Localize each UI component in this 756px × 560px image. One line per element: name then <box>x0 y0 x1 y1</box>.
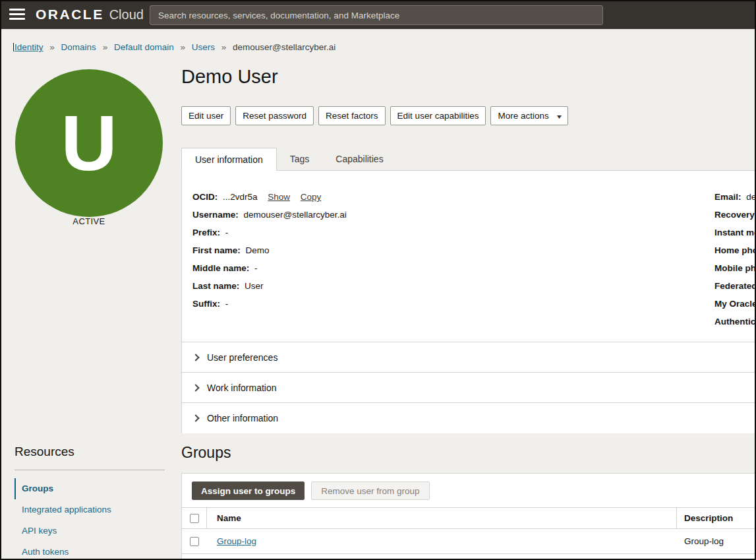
field-value: demouser@stellarcyber.ai <box>244 210 347 220</box>
my-oracle-field: My Oracle <box>714 295 756 313</box>
breadcrumb-domains[interactable]: Domains <box>61 42 96 52</box>
edit-user-capabilities-button[interactable]: Edit user capabilities <box>390 106 486 125</box>
groups-title: Groups <box>181 444 231 462</box>
table-row: Group-log Group-log <box>182 529 756 554</box>
reset-factors-button[interactable]: Reset factors <box>318 106 386 125</box>
breadcrumb-separator: » <box>49 42 55 52</box>
field-value: Demo <box>246 245 270 255</box>
field-label: Mobile pho <box>714 263 756 273</box>
resources-title: Resources <box>15 445 165 459</box>
recovery-email-field: Recovery e <box>714 206 756 224</box>
groups-actions: Assign user to groups Remove user from g… <box>182 474 756 507</box>
group-description-cell: Group-log <box>677 529 756 553</box>
first-name-field: First name: Demo <box>192 241 756 259</box>
select-all-checkbox[interactable] <box>190 514 199 523</box>
instant-messaging-field: Instant mes <box>714 224 756 241</box>
action-buttons: Edit user Reset password Reset factors E… <box>181 106 568 125</box>
group-link[interactable]: Group-log <box>217 536 256 546</box>
brand-logo: ORACLE Cloud <box>36 7 144 22</box>
groups-panel: Assign user to groups Remove user from g… <box>181 473 756 560</box>
email-field: Email: dem <box>714 188 756 206</box>
sidebar-item-auth-tokens[interactable]: Auth tokens <box>15 542 165 560</box>
field-label: Home phon <box>714 245 756 255</box>
row-checkbox[interactable] <box>190 537 199 546</box>
tab-bar: User information Tags Capabilities <box>181 148 397 171</box>
breadcrumb-users[interactable]: Users <box>192 42 215 52</box>
chevron-right-icon <box>192 384 199 391</box>
field-label: Recovery e <box>714 210 756 220</box>
sidebar-item-api-keys[interactable]: API keys <box>15 520 165 542</box>
tab-capabilities[interactable]: Capabilities <box>322 148 396 170</box>
hamburger-menu-icon[interactable] <box>9 9 25 21</box>
search-input[interactable] <box>150 5 603 25</box>
breadcrumb-default-domain[interactable]: Default domain <box>114 42 174 52</box>
edit-user-button[interactable]: Edit user <box>181 106 231 125</box>
field-label: Email: <box>714 192 741 202</box>
avatar: U <box>15 69 163 217</box>
field-value: dem <box>746 192 756 202</box>
app-window: ORACLE Cloud Identity » Domains » Defaul… <box>0 0 756 560</box>
tab-tags[interactable]: Tags <box>277 148 323 170</box>
user-info-fields-right: Email: dem Recovery e Instant mes Home p… <box>714 188 756 330</box>
field-label: Suffix: <box>192 299 220 309</box>
ocid-copy-link[interactable]: Copy <box>301 192 322 202</box>
sidebar-item-groups[interactable]: Groups <box>15 478 165 499</box>
section-label: Work information <box>207 383 277 393</box>
assign-user-to-groups-button[interactable]: Assign user to groups <box>192 482 305 500</box>
page-title: Demo User <box>181 66 278 88</box>
last-name-field: Last name: User <box>192 277 756 295</box>
breadcrumb-separator: » <box>180 42 185 52</box>
sidebar-item-integrated-applications[interactable]: Integrated applications <box>15 499 165 520</box>
field-value: - <box>254 263 258 273</box>
section-label: User preferences <box>207 352 277 363</box>
more-actions-button[interactable]: More actions ▾ <box>490 106 567 125</box>
groups-table-header: Name Description <box>182 507 756 529</box>
text-cursor <box>13 43 14 51</box>
resources-divider <box>15 470 165 470</box>
federated-field: Federated: <box>714 277 756 295</box>
user-info-fields: OCID: ...2vdr5a Show Copy Username: demo… <box>182 171 756 342</box>
tab-user-information[interactable]: User information <box>181 148 277 171</box>
field-label: Instant mes <box>714 228 756 237</box>
reset-password-button[interactable]: Reset password <box>235 106 314 125</box>
username-field: Username: demouser@stellarcyber.ai <box>192 206 756 224</box>
ocid-label: OCID: <box>192 192 218 202</box>
section-label: Other information <box>207 413 278 423</box>
field-value: - <box>225 299 229 309</box>
field-label: First name: <box>192 245 241 255</box>
description-column-header: Description <box>677 508 756 528</box>
global-search <box>150 5 603 25</box>
section-work-information[interactable]: Work information <box>182 373 756 403</box>
field-label: Username: <box>192 210 239 220</box>
field-label: Federated: <box>714 281 756 291</box>
breadcrumb-current: demouser@stellarcyber.ai <box>233 42 335 52</box>
chevron-right-icon <box>192 414 199 421</box>
field-value: User <box>245 281 264 291</box>
middle-name-field: Middle name: - <box>192 259 756 277</box>
status-badge: ACTIVE <box>15 216 163 226</box>
topbar: ORACLE Cloud <box>1 1 755 29</box>
section-user-preferences[interactable]: User preferences <box>182 342 756 373</box>
breadcrumb-identity[interactable]: Identity <box>15 42 44 52</box>
ocid-value: ...2vdr5a <box>223 192 258 202</box>
brand-oracle-text: ORACLE <box>36 7 104 22</box>
name-column-header: Name <box>207 508 677 528</box>
prefix-field: Prefix: - <box>192 224 756 241</box>
field-label: Middle name: <box>192 263 249 273</box>
breadcrumb-separator: » <box>221 42 227 52</box>
resources-sidebar: Resources Groups Integrated applications… <box>15 445 165 560</box>
group-name-cell: Group-log <box>207 529 677 553</box>
caret-down-icon: ▾ <box>556 108 561 125</box>
mobile-phone-field: Mobile pho <box>714 259 756 277</box>
breadcrumb-separator: » <box>103 42 108 52</box>
suffix-field: Suffix: - <box>192 295 756 313</box>
section-other-information[interactable]: Other information <box>182 403 756 433</box>
brand-cloud-text: Cloud <box>109 7 144 22</box>
avatar-initial: U <box>61 104 117 182</box>
field-label: My Oracle <box>714 299 756 309</box>
select-all-cell <box>182 508 207 528</box>
more-actions-label: More actions <box>498 111 548 121</box>
ocid-show-link[interactable]: Show <box>268 192 290 202</box>
remove-user-from-group-button[interactable]: Remove user from group <box>311 482 429 500</box>
field-label: Prefix: <box>192 228 220 237</box>
